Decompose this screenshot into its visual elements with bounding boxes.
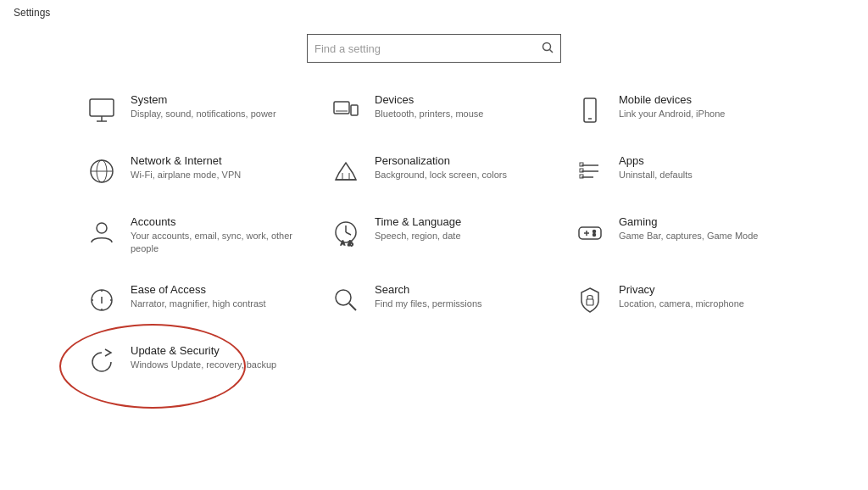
setting-item-system[interactable]: System Display, sound, notifications, po… xyxy=(68,80,312,141)
search-input[interactable] xyxy=(314,42,542,55)
settings-grid: System Display, sound, notifications, po… xyxy=(0,80,868,392)
setting-title-search: Search xyxy=(375,283,539,296)
svg-rect-5 xyxy=(334,102,349,114)
network-icon xyxy=(85,154,119,188)
setting-desc-devices: Bluetooth, printers, mouse xyxy=(375,108,539,120)
setting-title-system: System xyxy=(131,93,295,106)
setting-text-network: Network & Internet Wi-Fi, airplane mode,… xyxy=(131,154,295,181)
setting-item-devices[interactable]: Devices Bluetooth, printers, mouse xyxy=(312,80,556,141)
setting-text-apps: Apps Uninstall, defaults xyxy=(619,154,783,181)
setting-text-time: Time & Language Speech, region, date xyxy=(375,215,539,242)
ease-icon xyxy=(85,283,119,317)
privacy-icon xyxy=(573,283,607,317)
setting-desc-gaming: Game Bar, captures, Game Mode xyxy=(619,230,783,242)
system-icon xyxy=(85,93,119,127)
setting-title-ease: Ease of Access xyxy=(131,283,295,296)
title-bar: Settings xyxy=(0,0,868,25)
setting-title-update: Update & Security xyxy=(131,344,295,357)
setting-item-privacy[interactable]: Privacy Location, camera, microphone xyxy=(556,270,800,331)
setting-title-apps: Apps xyxy=(619,154,783,167)
setting-title-privacy: Privacy xyxy=(619,283,783,296)
svg-point-32 xyxy=(593,234,596,237)
search-box[interactable] xyxy=(307,34,561,63)
svg-line-40 xyxy=(349,303,356,310)
search-icon xyxy=(542,42,554,56)
setting-title-network: Network & Internet xyxy=(131,154,295,167)
setting-desc-search: Find my files, permissions xyxy=(375,298,539,310)
setting-desc-time: Speech, region, date xyxy=(375,230,539,242)
setting-desc-accounts: Your accounts, email, sync, work, other … xyxy=(131,230,295,256)
setting-text-devices: Devices Bluetooth, printers, mouse xyxy=(375,93,539,120)
setting-item-personalization[interactable]: Personalization Background, lock screen,… xyxy=(312,141,556,202)
setting-item-network[interactable]: Network & Internet Wi-Fi, airplane mode,… xyxy=(68,141,312,202)
setting-item-gaming[interactable]: Gaming Game Bar, captures, Game Mode xyxy=(556,202,800,270)
search-container xyxy=(0,25,868,80)
setting-title-personalization: Personalization xyxy=(375,154,539,167)
svg-text:あ: あ xyxy=(348,240,353,247)
setting-desc-personalization: Background, lock screen, colors xyxy=(375,169,539,181)
setting-text-accounts: Accounts Your accounts, email, sync, wor… xyxy=(131,215,295,256)
svg-line-1 xyxy=(550,49,554,53)
svg-point-31 xyxy=(593,231,596,233)
setting-title-devices: Devices xyxy=(375,93,539,106)
setting-title-time: Time & Language xyxy=(375,215,539,228)
setting-desc-network: Wi-Fi, airplane mode, VPN xyxy=(131,169,295,181)
setting-text-search: Search Find my files, permissions xyxy=(375,283,539,310)
setting-item-time[interactable]: Aあ Time & Language Speech, region, date xyxy=(312,202,556,270)
setting-title-mobile: Mobile devices xyxy=(619,93,783,106)
search-icon xyxy=(329,283,363,317)
update-icon xyxy=(85,344,119,378)
gaming-icon xyxy=(573,215,607,249)
apps-icon xyxy=(573,154,607,188)
svg-rect-2 xyxy=(90,99,114,116)
setting-desc-mobile: Link your Android, iPhone xyxy=(619,108,783,120)
setting-text-update: Update & Security Windows Update, recove… xyxy=(131,344,295,371)
setting-text-ease: Ease of Access Narrator, magnifier, high… xyxy=(131,283,295,310)
setting-item-apps[interactable]: Apps Uninstall, defaults xyxy=(556,141,800,202)
setting-text-system: System Display, sound, notifications, po… xyxy=(131,93,295,120)
setting-item-ease[interactable]: Ease of Access Narrator, magnifier, high… xyxy=(68,270,312,331)
setting-title-gaming: Gaming xyxy=(619,215,783,228)
personalization-icon xyxy=(329,154,363,188)
setting-item-search[interactable]: Search Find my files, permissions xyxy=(312,270,556,331)
setting-item-update[interactable]: Update & Security Windows Update, recove… xyxy=(68,331,312,392)
svg-point-39 xyxy=(336,290,351,305)
svg-line-25 xyxy=(346,232,351,235)
svg-point-0 xyxy=(543,42,551,50)
svg-rect-28 xyxy=(579,227,601,239)
setting-desc-ease: Narrator, magnifier, high contrast xyxy=(131,298,295,310)
setting-title-accounts: Accounts xyxy=(131,215,295,228)
devices-icon xyxy=(329,93,363,127)
svg-text:A: A xyxy=(341,240,345,246)
time-icon: Aあ xyxy=(329,215,363,249)
svg-rect-6 xyxy=(351,105,358,115)
setting-item-mobile[interactable]: Mobile devices Link your Android, iPhone xyxy=(556,80,800,141)
setting-desc-system: Display, sound, notifications, power xyxy=(131,108,295,120)
setting-desc-update: Windows Update, recovery, backup xyxy=(131,359,295,371)
setting-item-accounts[interactable]: Accounts Your accounts, email, sync, wor… xyxy=(68,202,312,270)
setting-desc-privacy: Location, camera, microphone xyxy=(619,298,783,310)
svg-rect-41 xyxy=(587,299,593,305)
app-title: Settings xyxy=(14,7,50,19)
setting-text-personalization: Personalization Background, lock screen,… xyxy=(375,154,539,181)
mobile-icon xyxy=(573,93,607,127)
setting-text-gaming: Gaming Game Bar, captures, Game Mode xyxy=(619,215,783,242)
svg-point-22 xyxy=(97,223,107,233)
setting-text-privacy: Privacy Location, camera, microphone xyxy=(619,283,783,310)
setting-text-mobile: Mobile devices Link your Android, iPhone xyxy=(619,93,783,120)
accounts-icon xyxy=(85,215,119,249)
setting-desc-apps: Uninstall, defaults xyxy=(619,169,783,181)
